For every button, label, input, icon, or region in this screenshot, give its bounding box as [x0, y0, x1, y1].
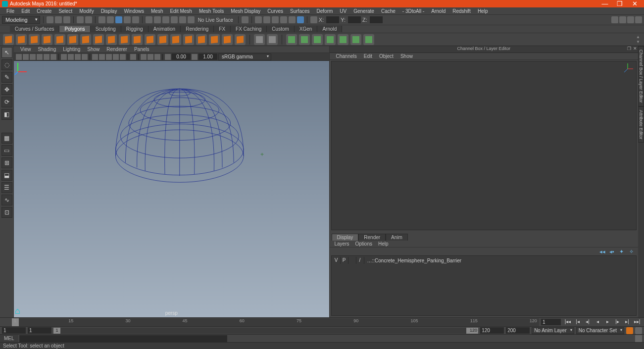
channel-box-body[interactable] — [331, 61, 637, 230]
paint-select-tool-icon[interactable]: ✎ — [1, 72, 12, 83]
poly-cube-icon[interactable] — [16, 34, 27, 45]
layer-list[interactable]: V P / …::Concrete_Hemisphere_Parking_Bar… — [331, 255, 637, 316]
extrude-icon[interactable] — [286, 34, 297, 45]
sidebar-toggle-1-icon[interactable] — [611, 16, 618, 23]
grease-pencil-icon[interactable] — [50, 54, 56, 60]
menu-mesh[interactable]: Mesh — [148, 8, 166, 14]
poly-cylinder-icon[interactable] — [29, 34, 40, 45]
shadows-icon[interactable] — [120, 54, 126, 60]
shelf-tab-fxcaching[interactable]: FX Caching — [231, 26, 267, 32]
poly-plane-icon[interactable] — [67, 34, 78, 45]
current-frame-field[interactable] — [541, 319, 561, 325]
misc-tool-icon[interactable]: ⊡ — [1, 207, 12, 218]
fast-fwd-icon[interactable]: ▸▸| — [633, 319, 641, 326]
layer-move-up-icon[interactable]: ◂◂ — [599, 249, 605, 254]
snap-live-icon[interactable] — [179, 16, 186, 23]
shelf-tab-xgen[interactable]: XGen — [295, 26, 318, 32]
select-vert-icon[interactable] — [99, 16, 105, 23]
menu-edit-mesh[interactable]: Edit Mesh — [166, 8, 195, 14]
poly-torus-icon[interactable] — [54, 34, 65, 45]
layout-single-icon[interactable]: ▭ — [1, 145, 12, 156]
bookmark-icon[interactable] — [30, 54, 36, 60]
panel-shading[interactable]: Shading — [35, 47, 60, 52]
poly-ultra-icon[interactable] — [235, 34, 246, 45]
res-gate-icon[interactable] — [75, 54, 81, 60]
isolate-select-icon[interactable] — [130, 54, 136, 60]
prefs-icon[interactable] — [635, 327, 642, 334]
play-back-icon[interactable]: ◂ — [594, 319, 601, 326]
poly-pipe-icon[interactable] — [132, 34, 143, 45]
render-current-icon[interactable] — [255, 16, 262, 23]
bridge-icon[interactable] — [299, 34, 310, 45]
image-plane-icon[interactable] — [37, 54, 43, 60]
step-fwd-key-icon[interactable]: ▸| — [623, 319, 631, 326]
menu-cache[interactable]: Cache — [378, 8, 399, 14]
pop-out-icon[interactable]: ❐ — [627, 46, 631, 51]
layer-name[interactable]: …::Concrete_Hemisphere_Parking_Barrier — [364, 258, 636, 263]
layer-blank-cell[interactable] — [348, 257, 356, 264]
shelf-tab-polygons[interactable]: Polygons — [59, 26, 90, 32]
menu-edit[interactable]: Edit — [18, 8, 33, 14]
layer-vis-cell[interactable]: V — [333, 257, 341, 264]
wireframe-icon[interactable] — [92, 54, 98, 60]
layer-new-empty-icon[interactable]: ✦ — [619, 249, 625, 254]
poly-soccer-icon[interactable] — [170, 34, 181, 45]
xray-joints-icon[interactable] — [148, 54, 153, 60]
menu-uv[interactable]: UV — [336, 8, 350, 14]
range-end-inner[interactable] — [480, 327, 504, 334]
panel-panels[interactable]: Panels — [131, 47, 153, 52]
shelf-tab-rendering[interactable]: Rendering — [181, 26, 214, 32]
poly-sphericalharmonics-icon[interactable] — [222, 34, 233, 45]
poly-pyramid-icon[interactable] — [106, 34, 117, 45]
textured-icon[interactable] — [106, 54, 112, 60]
layer-new-selected-icon[interactable]: ✧ — [629, 249, 635, 254]
poly-helix-icon[interactable] — [145, 34, 155, 45]
xyz-toggle-icon[interactable] — [310, 16, 317, 23]
poly-platonic-icon[interactable] — [93, 34, 104, 45]
cb-channels[interactable]: Channels — [333, 53, 360, 59]
snap-toggle-icon[interactable] — [188, 16, 195, 23]
shelf-tab-fx[interactable]: FX — [214, 26, 231, 32]
viewport[interactable]: + ⌂ persp — [14, 61, 329, 317]
layer-menu-help[interactable]: Help — [375, 241, 392, 247]
play-fwd-icon[interactable]: ▸ — [603, 319, 611, 326]
poly-cone-icon[interactable] — [42, 34, 52, 45]
range-handle-right[interactable]: 120 — [466, 328, 478, 334]
shelf-tab-sculpting[interactable]: Sculpting — [91, 26, 121, 32]
menu-create[interactable]: Create — [33, 8, 55, 14]
snap-point-icon[interactable] — [162, 16, 169, 23]
last-tool-icon[interactable]: ▦ — [1, 133, 12, 144]
gamma-icon[interactable] — [192, 54, 198, 60]
insert-edge-icon[interactable] — [350, 34, 361, 45]
layer-move-down-icon[interactable]: ◂▪ — [609, 249, 615, 254]
shaded-icon[interactable] — [99, 54, 105, 60]
maximize-button[interactable]: ❐ — [612, 0, 627, 7]
shelf-tab-rigging[interactable]: Rigging — [121, 26, 149, 32]
panel-lighting[interactable]: Lighting — [59, 47, 84, 52]
move-tool-icon[interactable]: ✥ — [1, 84, 12, 95]
graph-editor-icon[interactable]: ∿ — [1, 195, 12, 205]
lasso-tool-icon[interactable]: ◌ — [1, 59, 12, 70]
shelf-tab-curves[interactable]: Curves / Surfaces — [10, 26, 59, 32]
range-start-inner[interactable] — [28, 327, 51, 334]
layout-four-icon[interactable]: ⊞ — [1, 157, 12, 168]
cb-show[interactable]: Show — [397, 53, 416, 59]
snap-grid-icon[interactable] — [146, 16, 152, 23]
menu-help[interactable]: Help — [474, 8, 492, 14]
separate-icon[interactable] — [267, 34, 278, 45]
gamma-field[interactable] — [198, 53, 217, 60]
layer-play-cell[interactable]: P — [341, 257, 348, 264]
poly-prism-icon[interactable] — [119, 34, 130, 45]
panel-renderer[interactable]: Renderer — [103, 47, 131, 52]
auto-key-icon[interactable] — [626, 327, 633, 334]
minimize-button[interactable]: — — [597, 0, 612, 7]
side-tab-attribute-editor[interactable]: Attribute Editor — [638, 106, 644, 143]
menu-deform[interactable]: Deform — [313, 8, 337, 14]
command-input[interactable] — [19, 335, 227, 342]
select-obj-icon[interactable] — [124, 16, 131, 23]
scale-tool-icon[interactable]: ◧ — [1, 109, 12, 120]
shelf-tab-custom[interactable]: Custom — [267, 26, 294, 32]
range-handle-left[interactable]: 1 — [53, 328, 60, 334]
layer-tab-render[interactable]: Render — [358, 234, 386, 241]
menu-display[interactable]: Display — [98, 8, 121, 14]
